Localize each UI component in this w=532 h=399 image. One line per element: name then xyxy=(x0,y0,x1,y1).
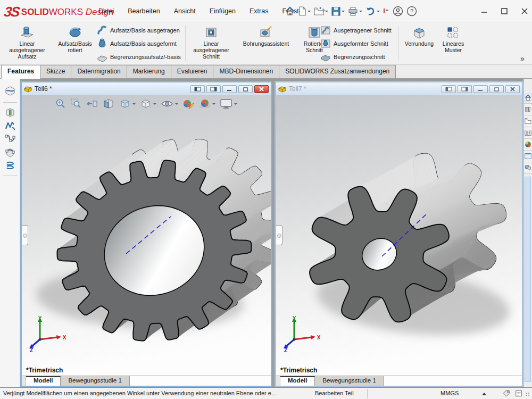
minimize-button[interactable] xyxy=(481,8,487,14)
section-view-icon[interactable] xyxy=(102,98,115,110)
tab-datenmigration[interactable]: Datenmigration xyxy=(71,65,127,78)
apply-scene-icon[interactable] xyxy=(198,98,215,110)
teil6-minimize-button[interactable] xyxy=(222,85,237,93)
file-explorer-icon[interactable] xyxy=(524,116,532,127)
teil6-titlebar[interactable]: Teil6 * xyxy=(22,82,271,95)
appearances-scenes-icon[interactable] xyxy=(524,139,532,151)
resize-grip[interactable] xyxy=(526,392,531,397)
teil7-minimize-button[interactable] xyxy=(473,85,488,93)
design-binder-icon[interactable] xyxy=(515,389,522,398)
swept-cut-button[interactable]: Ausgetragener Schnitt xyxy=(320,24,396,36)
menu-bearbeiten[interactable]: Bearbeiten xyxy=(128,7,160,15)
open-button[interactable] xyxy=(314,6,328,16)
tab-splitter[interactable] xyxy=(22,376,26,386)
graphics-viewport-teil7[interactable]: Y X Z *Trimetrisch xyxy=(276,95,522,376)
spline-icon[interactable] xyxy=(4,133,16,145)
undo-button[interactable] xyxy=(365,7,380,16)
view-palette-icon[interactable] xyxy=(524,128,532,139)
boundary-cut-button[interactable]: Begrenzungsschnitt xyxy=(320,51,396,63)
previous-view-icon[interactable] xyxy=(86,98,98,110)
print-button[interactable] xyxy=(348,7,362,16)
tab-skizze[interactable]: Skizze xyxy=(40,65,71,78)
revolved-boss-button[interactable]: Aufsatz/Basis rotiert xyxy=(52,24,98,53)
task-pane-home-icon[interactable] xyxy=(524,93,532,104)
hole-wizard-button[interactable]: Bohrungsassistent xyxy=(236,24,296,47)
display-style-caret[interactable] xyxy=(153,103,156,105)
new-document-caret[interactable] xyxy=(307,11,311,12)
home-button[interactable] xyxy=(285,6,295,16)
lofted-boss-button[interactable]: Aufsatz/Basis ausgeformt xyxy=(97,38,182,49)
teil7-tile-left-button[interactable] xyxy=(442,85,456,93)
custom-properties-icon[interactable] xyxy=(524,151,532,162)
apply-scene-caret[interactable] xyxy=(212,103,215,105)
task-pane-collapsed-strip[interactable] xyxy=(525,177,531,382)
teil7-tab-bewegungsstudie[interactable]: Bewegungsstudie 1 xyxy=(315,376,384,386)
swept-boss-button[interactable]: Aufsatz/Basis ausgetragen xyxy=(97,24,182,36)
menu-extras[interactable]: Extras xyxy=(250,7,268,15)
teil6-tile-left-button[interactable] xyxy=(190,85,205,93)
lofted-cut-button[interactable]: Ausgeformter Schnitt xyxy=(320,38,396,49)
zoom-area-icon[interactable] xyxy=(70,98,82,110)
save-caret[interactable] xyxy=(342,11,345,12)
menu-datei[interactable]: Datei xyxy=(98,7,114,15)
extruded-cut-button[interactable]: Linear ausgetragener Schnitt xyxy=(188,24,234,60)
save-button[interactable] xyxy=(331,7,345,16)
close-button[interactable] xyxy=(521,8,528,14)
graphics-viewport-teil6[interactable]: Y X Z *Trimetrisch xyxy=(22,95,271,376)
revolved-boss-icon xyxy=(68,24,82,40)
teil7-restore-button[interactable] xyxy=(489,85,504,93)
tab-features[interactable]: Features xyxy=(1,65,40,79)
display-style-icon[interactable] xyxy=(139,98,156,110)
hide-show-items-icon[interactable] xyxy=(160,98,178,110)
freeform-feature-icon[interactable] xyxy=(4,85,16,97)
design-library-icon[interactable] xyxy=(524,104,532,115)
menu-ansicht[interactable]: Ansicht xyxy=(174,7,196,15)
tab-mbd-dimensionen[interactable]: MBD-Dimensionen xyxy=(213,65,279,78)
tab-evaluieren[interactable]: Evaluieren xyxy=(171,65,214,78)
boundary-boss-button[interactable]: Begrenzungsaufsatz/-basis xyxy=(97,51,182,63)
tab-solidworks-zusatzanwendungen[interactable]: SOLIDWORKS Zusatzanwendungen xyxy=(279,65,396,78)
edit-appearance-icon[interactable] xyxy=(182,98,195,110)
fillet-button[interactable]: Verrundung xyxy=(402,24,436,47)
view-orientation-caret[interactable] xyxy=(132,103,136,105)
teil6-tile-right-button[interactable] xyxy=(206,85,221,93)
tags-icon[interactable] xyxy=(502,389,510,398)
hide-show-caret[interactable] xyxy=(175,103,178,105)
teil7-titlebar[interactable]: Teil7 * xyxy=(276,82,522,95)
view-settings-caret[interactable] xyxy=(234,103,237,105)
open-caret[interactable] xyxy=(325,11,328,12)
view-settings-icon[interactable] xyxy=(219,98,237,110)
help-button[interactable]: ? xyxy=(406,6,417,16)
featuremanager-collapsed-handle[interactable] xyxy=(276,225,282,245)
account-button[interactable] xyxy=(393,6,403,16)
teil7-close-button[interactable] xyxy=(505,85,520,93)
teil6-restore-button[interactable] xyxy=(238,85,253,93)
undo-caret[interactable] xyxy=(377,11,380,12)
tab-splitter[interactable] xyxy=(276,376,280,386)
tab-markierung[interactable]: Markierung xyxy=(127,65,171,78)
linear-pattern-button[interactable]: Lineares Muster xyxy=(437,24,469,53)
extruded-boss-button[interactable]: Linear ausgetragener Aufsatz xyxy=(4,24,50,60)
rebuild-button[interactable] xyxy=(383,7,389,15)
helix-coil-icon[interactable] xyxy=(4,160,16,171)
sketch-on-surface-icon[interactable] xyxy=(4,146,16,158)
featuremanager-collapsed-handle[interactable] xyxy=(22,225,28,245)
units-dropdown-icon[interactable] xyxy=(482,393,486,395)
solidworks-forum-icon[interactable] xyxy=(524,163,532,174)
new-document-button[interactable] xyxy=(298,6,311,16)
teil6-close-button[interactable] xyxy=(254,85,269,93)
zoom-fit-icon[interactable] xyxy=(55,98,66,110)
view-orientation-icon[interactable] xyxy=(119,98,136,110)
instant3d-icon[interactable] xyxy=(4,106,16,118)
status-units[interactable]: MMGS xyxy=(440,390,459,396)
teil7-tile-right-button[interactable] xyxy=(458,85,472,93)
teil7-tab-modell[interactable]: Modell xyxy=(280,376,315,386)
ribbon-overflow-button[interactable]: » xyxy=(520,54,525,63)
sketch-icon[interactable] xyxy=(4,120,16,131)
teil6-tab-bewegungsstudie[interactable]: Bewegungsstudie 1 xyxy=(61,376,129,386)
teil6-tab-modell[interactable]: Modell xyxy=(26,376,61,386)
menu-einfuegen[interactable]: Einfügen xyxy=(210,7,236,15)
teil6-window-buttons xyxy=(190,85,269,93)
maximize-button[interactable] xyxy=(501,8,508,14)
print-caret[interactable] xyxy=(359,11,362,12)
